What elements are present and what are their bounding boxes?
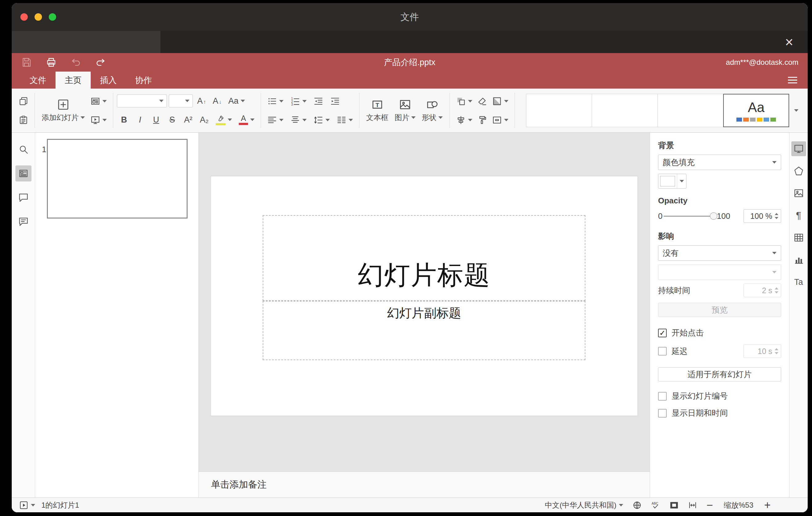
decrease-font-size-button[interactable]: A↓ (210, 95, 224, 107)
arrange-shapes-button[interactable] (454, 95, 475, 107)
delay-checkbox[interactable] (658, 347, 667, 355)
slides-panel-button[interactable] (16, 165, 31, 181)
superscript-button[interactable]: A² (181, 114, 195, 126)
horizontal-align-button[interactable] (265, 114, 286, 126)
textart-settings-button[interactable]: Ta (791, 275, 806, 289)
font-color-button[interactable]: A (236, 113, 257, 126)
print-icon (46, 57, 57, 68)
theme-option-selected[interactable]: Aa (723, 94, 789, 127)
zoom-level: 缩放%53 (722, 500, 755, 510)
add-slide-button[interactable]: 添加幻灯片 (38, 92, 88, 129)
insert-shape-button[interactable]: 形状 (419, 92, 446, 129)
slide[interactable]: 幻灯片标题 幻灯片副标题 (211, 176, 638, 416)
language-selector[interactable]: 中文(中华人民共和国) (545, 500, 623, 510)
transition-option-select[interactable] (658, 264, 781, 280)
tab-home[interactable]: 主页 (56, 71, 91, 89)
spellcheck-button[interactable]: ABC (651, 500, 660, 510)
gallery-expand-button[interactable] (789, 94, 803, 127)
print-button[interactable] (46, 57, 57, 68)
chart-settings-button[interactable] (791, 253, 806, 267)
increase-indent-button[interactable] (328, 95, 343, 107)
line-spacing-button[interactable] (311, 114, 332, 126)
transition-select[interactable]: 没有 (658, 245, 781, 261)
notes-area[interactable]: 单击添加备注 (199, 471, 650, 497)
chat-button[interactable] (16, 213, 31, 230)
shape-settings-button[interactable] (791, 164, 806, 178)
tab-file[interactable]: 文件 (20, 71, 56, 89)
theme-option-1[interactable] (526, 94, 592, 127)
close-button[interactable]: × (780, 31, 799, 53)
insert-image-button[interactable]: 图片 (392, 92, 419, 129)
preview-button[interactable]: 预览 (658, 303, 781, 317)
clear-style-button[interactable] (475, 95, 490, 107)
duration-spinner[interactable]: 2 s (744, 284, 781, 297)
vertical-align-button[interactable] (288, 114, 309, 126)
opacity-slider[interactable] (664, 212, 716, 220)
search-button[interactable] (16, 141, 31, 157)
paste-button[interactable] (16, 114, 31, 126)
start-on-click-checkbox[interactable]: ✓ (658, 329, 667, 337)
save-button[interactable] (21, 57, 32, 68)
copy-style-button[interactable] (475, 114, 490, 126)
numbered-list-button[interactable]: 123 (288, 95, 309, 107)
spinner-arrows[interactable] (775, 287, 778, 293)
columns-button[interactable] (334, 114, 355, 126)
increase-font-size-button[interactable]: A↑ (195, 95, 208, 107)
bullet-list-button[interactable] (265, 95, 286, 107)
italic-button[interactable]: I (133, 114, 147, 126)
image-settings-button[interactable] (791, 186, 806, 201)
tab-insert[interactable]: 插入 (91, 71, 126, 89)
theme-option-3[interactable] (658, 94, 723, 127)
highlight-color-button[interactable] (213, 113, 234, 126)
bold-button[interactable]: B (117, 114, 131, 126)
undo-button[interactable] (70, 57, 82, 68)
paragraph-settings-button[interactable]: ¶ (791, 208, 806, 223)
theme-option-2[interactable] (592, 94, 658, 127)
fit-width-button[interactable] (688, 500, 697, 510)
slide-size-icon (492, 115, 502, 125)
decrease-indent-button[interactable] (311, 95, 326, 107)
menu-hamburger-icon[interactable] (788, 77, 797, 83)
slider-knob[interactable] (710, 212, 717, 220)
zoom-out-button[interactable]: − (706, 500, 713, 511)
subtitle-placeholder[interactable]: 幻灯片副标题 (263, 301, 585, 360)
insert-textbox-button[interactable]: T 文本框 (363, 92, 392, 129)
slide-thumbnail[interactable] (47, 139, 187, 219)
subscript-button[interactable]: A₂ (197, 114, 211, 126)
comments-button[interactable] (16, 190, 31, 205)
background-fill-select[interactable]: 颜色填充 (658, 154, 781, 170)
fit-slide-button[interactable] (669, 500, 679, 510)
spinner-arrows[interactable] (775, 348, 778, 354)
strikethrough-button[interactable]: S (165, 114, 179, 126)
minimize-traffic-light[interactable] (34, 13, 42, 21)
font-size-combobox[interactable] (169, 94, 193, 107)
table-settings-button[interactable] (791, 230, 806, 245)
fullscreen-traffic-light[interactable] (49, 13, 56, 21)
spinner-arrows[interactable] (775, 213, 778, 219)
close-traffic-light[interactable] (20, 13, 28, 21)
document-language-button[interactable] (633, 500, 642, 510)
background-color-picker[interactable] (658, 174, 687, 189)
opacity-spinner[interactable]: 100 % (744, 209, 781, 223)
start-slideshow-button[interactable] (88, 114, 109, 126)
apply-to-all-slides-button[interactable]: 适用于所有幻灯片 (658, 367, 781, 381)
chevron-down-icon (411, 116, 415, 119)
align-shapes-button[interactable] (454, 114, 475, 126)
title-placeholder[interactable]: 幻灯片标题 (263, 215, 585, 301)
zoom-in-button[interactable]: + (764, 500, 771, 511)
slide-size-button[interactable] (490, 114, 511, 126)
tab-collaboration[interactable]: 协作 (126, 71, 161, 89)
slide-canvas[interactable]: 幻灯片标题 幻灯片副标题 (199, 133, 650, 471)
preview-slideshow-button[interactable] (19, 500, 35, 510)
delay-spinner[interactable]: 10 s (744, 344, 781, 358)
slide-layout-button[interactable] (88, 95, 109, 107)
redo-button[interactable] (95, 57, 106, 68)
slide-settings-button[interactable] (791, 141, 806, 156)
change-case-button[interactable]: Aa (226, 95, 248, 107)
show-date-time-checkbox[interactable] (658, 409, 667, 418)
show-slide-number-checkbox[interactable] (658, 392, 667, 401)
copy-button[interactable] (16, 95, 31, 107)
font-name-combobox[interactable] (117, 94, 167, 107)
underline-button[interactable]: U (149, 114, 163, 126)
color-scheme-button[interactable] (490, 95, 511, 107)
